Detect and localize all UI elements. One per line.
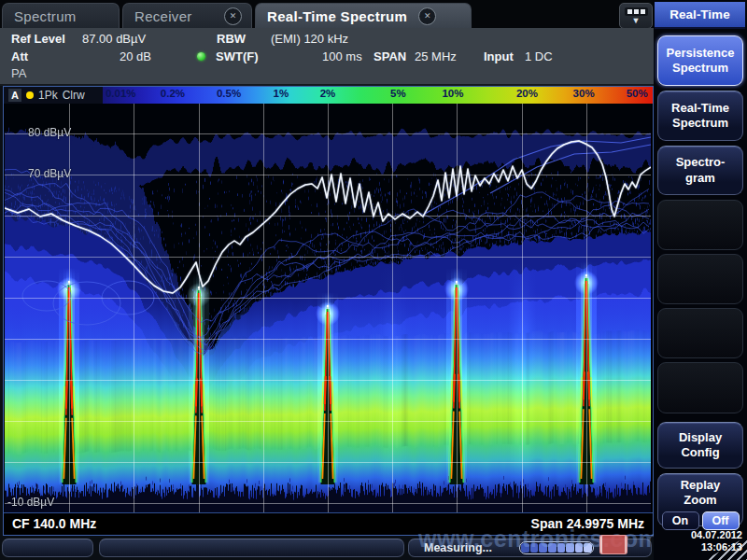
window-letter: A xyxy=(8,89,21,102)
softkey-menu-title: Real-Time xyxy=(655,2,745,29)
softkey-display-config[interactable]: Display Config xyxy=(657,422,743,469)
softkey-replay-zoom[interactable]: Replay Zoom On Off xyxy=(657,473,743,526)
window-menu-button[interactable]: ▼ xyxy=(619,3,653,29)
swt-label: SWT(F) xyxy=(216,49,258,63)
tab-bar: Spectrum Receiver ✕ Real-Time Spectrum ✕… xyxy=(0,0,654,28)
colorbar-tick: 0.01% xyxy=(106,88,136,99)
colorbar-tick: 2% xyxy=(320,88,336,99)
trace-color-dot-icon xyxy=(26,91,34,99)
close-icon[interactable]: ✕ xyxy=(224,7,242,25)
colorbar-tick: 50% xyxy=(627,88,648,99)
y-axis-tick: 70 dBµV xyxy=(28,167,71,180)
ref-level-value[interactable]: 87.00 dBµV xyxy=(82,32,146,46)
rbw-label: RBW xyxy=(217,32,246,46)
chevron-down-icon: ▼ xyxy=(632,17,641,25)
close-icon[interactable]: ✕ xyxy=(418,7,436,25)
density-colorbar: 0.01% 0.2% 0.5% 1% 2% 5% 10% 20% 30% 50% xyxy=(103,87,653,104)
persistence-spectrum-canvas[interactable] xyxy=(5,104,651,512)
tab-real-time-spectrum[interactable]: Real-Time Spectrum ✕ xyxy=(255,3,472,28)
tab-label: Real-Time Spectrum xyxy=(267,8,407,24)
softkey-empty xyxy=(657,362,743,413)
preamp-label: PA xyxy=(11,66,26,80)
att-label: Att xyxy=(11,49,28,63)
span-label: SPAN xyxy=(374,49,406,63)
colorbar-tick: 10% xyxy=(442,88,463,99)
softkey-spectrogram[interactable]: Spectro- gram xyxy=(657,146,743,195)
y-axis-tick: 80 dBµV xyxy=(28,126,71,139)
softkey-empty xyxy=(657,200,743,250)
input-value[interactable]: 1 DC xyxy=(525,49,553,63)
colorbar-tick: 30% xyxy=(573,88,595,99)
replay-zoom-label: Replay Zoom xyxy=(681,478,721,509)
watermark-logo xyxy=(599,535,627,554)
colorbar-tick: 0.5% xyxy=(217,88,241,99)
status-segment xyxy=(2,539,93,557)
tab-spectrum[interactable]: Spectrum xyxy=(2,3,120,28)
replay-zoom-off-toggle[interactable]: Off xyxy=(702,511,740,530)
softkey-persistence-spectrum[interactable]: Persistence Spectrum xyxy=(657,35,743,86)
rbw-value[interactable]: (EMI) 120 kHz xyxy=(271,32,348,46)
datetime-display: 04.07.2012 13:06:13 xyxy=(691,529,742,553)
spectrum-display: 80 dBµV 70 dBµV -10 dBµV xyxy=(4,104,653,512)
colorbar-tick: 0.2% xyxy=(161,88,185,99)
instrument-screen: Spectrum Receiver ✕ Real-Time Spectrum ✕… xyxy=(0,0,747,560)
tab-label: Spectrum xyxy=(14,8,77,24)
softkey-sidebar: Real-Time Persistence Spectrum Real-Time… xyxy=(654,0,747,560)
input-label: Input xyxy=(484,49,514,63)
replay-zoom-on-toggle[interactable]: On xyxy=(662,511,699,530)
swt-value[interactable]: 100 ms xyxy=(322,49,362,63)
ref-level-label: Ref Level xyxy=(11,32,65,46)
status-segment xyxy=(99,539,404,557)
date: 04.07.2012 xyxy=(691,529,742,541)
softkey-empty xyxy=(657,308,743,358)
y-axis-tick: -10 dBµV xyxy=(7,496,54,509)
colorbar-tick: 1% xyxy=(274,88,289,99)
sweep-led-icon xyxy=(197,52,205,61)
persistence-legend: A 1Pk Clrw 0.01% 0.2% 0.5% 1% 2% 5% 10% … xyxy=(4,87,653,104)
windows-grid-icon xyxy=(625,7,648,16)
trace-label: 1Pk xyxy=(38,89,58,102)
settings-header: Ref Level 87.00 dBµV RBW (EMI) 120 kHz A… xyxy=(0,28,654,86)
colorbar-tick: 5% xyxy=(390,88,406,99)
softkey-empty xyxy=(657,254,743,304)
colorbar-tick: 20% xyxy=(516,88,538,99)
att-value[interactable]: 20 dB xyxy=(120,49,151,63)
softkey-real-time-spectrum[interactable]: Real-Time Spectrum xyxy=(657,91,743,141)
trace-info: A 1Pk Clrw xyxy=(4,87,103,104)
detector-label: Clrw xyxy=(63,89,85,102)
center-frequency[interactable]: CF 140.0 MHz xyxy=(12,516,96,531)
tab-receiver[interactable]: Receiver ✕ xyxy=(122,3,252,28)
time: 13:06:13 xyxy=(691,541,742,553)
tab-label: Receiver xyxy=(134,8,192,24)
span-value[interactable]: 25 MHz xyxy=(415,49,457,63)
measurement-window: A 1Pk Clrw 0.01% 0.2% 0.5% 1% 2% 5% 10% … xyxy=(3,86,654,536)
